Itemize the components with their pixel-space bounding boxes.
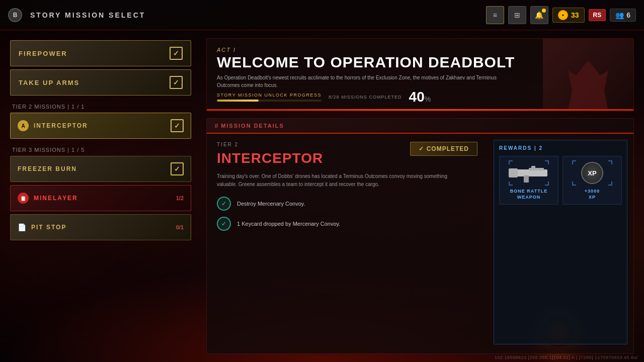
objective-text-2: 1 Keycard dropped by Mercenary Convoy.	[237, 221, 340, 227]
objective-check-1: ✓	[217, 197, 231, 211]
progress-section: STORY MISSION UNLOCK PROGRESS 8/28 MISSI…	[217, 89, 533, 105]
top-bar-right: ≡ ⊞ 🔔 ● 33 RS 👥 6	[486, 6, 636, 24]
pit-stop-left: 📄 PIT STOP	[18, 223, 66, 231]
minelayer-badge: 📋	[18, 193, 29, 204]
mission-title: WELCOME TO OPERATION DEADBOLT	[217, 55, 533, 70]
sidebar-item-freezer-burn[interactable]: FREEZER BURN ✓	[10, 156, 191, 182]
progress-bar-container	[217, 100, 321, 102]
check-icon-2: ✓	[221, 220, 226, 227]
weapon-image	[509, 165, 549, 180]
sidebar-item-firepower[interactable]: FIREPOWER ✓	[10, 40, 191, 66]
interceptor-badge: A	[18, 120, 29, 131]
details-header-text: MISSION DETAILS	[221, 123, 284, 129]
xp-icon: XP	[581, 162, 603, 184]
firepower-check-icon: ✓	[170, 47, 183, 60]
pit-stop-label: PIT STOP	[31, 224, 66, 231]
completed-label: ✓ COMPLETED	[419, 145, 469, 152]
players-button[interactable]: 👥 6	[610, 9, 636, 22]
sidebar: FIREPOWER ✓ TAKE UP ARMS ✓ Tier 2 Missio…	[0, 30, 196, 362]
interceptor-title: INTERCEPTOR	[217, 150, 323, 166]
rank-badge: RS	[589, 9, 606, 21]
currency-icon: ●	[558, 10, 568, 20]
top-bar: B STORY MISSION SELECT ≡ ⊞ 🔔 ● 33 RS 👥 6	[0, 0, 644, 30]
details-body: TIER 2 INTERCEPTOR ✓ COMPLETED Training …	[207, 134, 633, 350]
freezer-burn-label: FREEZER BURN	[18, 165, 77, 172]
objective-list: ✓ Destroy Mercenary Convoy. ✓ 1 Keycard …	[217, 197, 477, 231]
objective-item-1: ✓ Destroy Mercenary Convoy.	[217, 197, 477, 211]
players-count: 6	[626, 11, 630, 19]
back-circle-icon: B	[8, 8, 22, 22]
minelayer-label: MINELAYER	[34, 195, 78, 202]
mission-header-image	[543, 39, 633, 111]
mission-header-card: ACT I WELCOME TO OPERATION DEADBOLT As O…	[206, 38, 634, 111]
corner-tr	[545, 160, 549, 164]
details-left: TIER 2 INTERCEPTOR ✓ COMPLETED Training …	[207, 134, 488, 350]
xp-corner-tr	[608, 160, 612, 164]
missions-completed: 8/28 MISSIONS COMPLETED	[329, 95, 402, 100]
pit-stop-doc-icon: 📄	[18, 223, 26, 231]
freezer-burn-left: FREEZER BURN	[18, 165, 77, 172]
sidebar-item-minelayer[interactable]: 📋 MINELAYER 1/2	[10, 185, 191, 211]
minelayer-left: 📋 MINELAYER	[18, 193, 78, 204]
details-header: // MISSION DETAILS	[207, 119, 633, 134]
mission-details-section: // MISSION DETAILS TIER 2 INTERCEPTOR ✓ …	[206, 118, 634, 354]
completed-badge: ✓ COMPLETED	[410, 142, 477, 156]
weapon-magazine	[524, 175, 529, 183]
back-button[interactable]: B	[8, 8, 22, 22]
players-icon: 👥	[615, 11, 624, 19]
progress-percent-symbol: %	[425, 95, 431, 103]
tier3-label: Tier 3 Missions | 1 / 5	[10, 142, 191, 156]
xp-icon-area: XP	[572, 160, 612, 186]
progress-label: STORY MISSION UNLOCK PROGRESS	[217, 93, 321, 98]
tier-badge: TIER 2	[217, 142, 323, 147]
minelayer-progress: 1/2	[176, 195, 184, 201]
header-accent-bar	[207, 109, 633, 111]
pit-stop-progress: 0/1	[176, 224, 184, 230]
right-panel: ACT I WELCOME TO OPERATION DEADBOLT As O…	[196, 30, 644, 362]
details-right: REWARDS | 2	[488, 134, 633, 350]
sidebar-item-pit-stop[interactable]: 📄 PIT STOP 0/1	[10, 214, 191, 240]
currency-button[interactable]: ● 33	[552, 8, 585, 23]
objective-check-2: ✓	[217, 217, 231, 231]
tier2-label: Tier 2 Missions | 1 / 1	[10, 99, 191, 113]
freezer-burn-check-icon: ✓	[171, 162, 184, 175]
reward-weapon-name: BONE RATTLEWEAPON	[510, 189, 547, 200]
rewards-card: REWARDS | 2	[494, 140, 627, 344]
interceptor-label: INTERCEPTOR	[34, 122, 88, 129]
progress-bar-track	[217, 100, 321, 102]
sidebar-item-interceptor[interactable]: A INTERCEPTOR ✓	[10, 113, 191, 139]
xp-corner-br	[608, 182, 612, 186]
weapon-sight	[531, 166, 535, 170]
weapon-icon-area	[509, 160, 549, 186]
monster-silhouette	[558, 45, 628, 111]
menu-icon-button[interactable]: ≡	[486, 6, 504, 24]
status-text: 102:16588623 [255:255:1]104:41] A | [728…	[495, 355, 638, 360]
corner-tl	[509, 160, 513, 164]
mission-description: As Operation Deadbolt's newest recruits …	[217, 74, 509, 89]
rewards-grid: BONE RATTLEWEAPON XP	[499, 156, 622, 205]
sidebar-item-take-up-arms[interactable]: TAKE UP ARMS ✓	[10, 69, 191, 96]
progress-percent-value: 40	[409, 89, 425, 105]
interceptor-check-icon: ✓	[171, 119, 184, 132]
bell-icon-button[interactable]: 🔔	[530, 6, 548, 24]
details-top-row: TIER 2 INTERCEPTOR ✓ COMPLETED	[217, 142, 477, 172]
page-title: STORY MISSION SELECT	[30, 11, 145, 19]
check-icon-1: ✓	[221, 200, 226, 207]
objective-item-2: ✓ 1 Keycard dropped by Mercenary Convoy.	[217, 217, 477, 231]
rewards-header: REWARDS | 2	[499, 145, 622, 151]
take-up-arms-check-icon: ✓	[170, 76, 183, 89]
xp-corner-tl	[572, 160, 576, 164]
grid-icon-button[interactable]: ⊞	[508, 6, 526, 24]
currency-value: 33	[571, 11, 579, 19]
objective-text-1: Destroy Mercenary Convoy.	[237, 201, 305, 207]
take-up-arms-label: TAKE UP ARMS	[19, 79, 79, 86]
reward-xp-name: +3000XP	[585, 189, 600, 200]
details-slashes: //	[215, 123, 218, 129]
xp-corner-bl	[572, 182, 576, 186]
corner-br	[545, 182, 549, 186]
status-bar: 102:16588623 [255:255:1]104:41] A | [728…	[489, 353, 644, 362]
corner-bl	[509, 182, 513, 186]
act-label: ACT I	[217, 47, 533, 53]
weapon-stock	[509, 168, 518, 177]
progress-percent-block: 40%	[409, 89, 431, 105]
